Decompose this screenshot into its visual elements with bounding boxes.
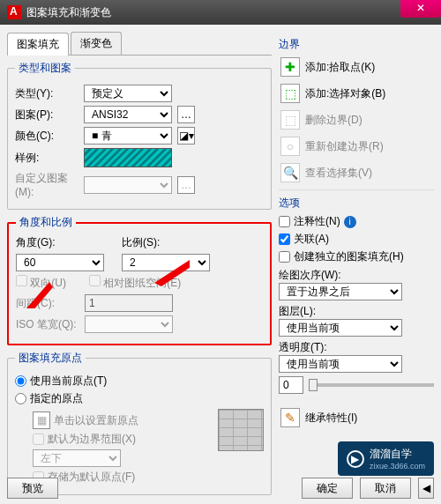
btn-add-select[interactable]: ⬚添加:选择对象(B) [279,82,434,105]
svg-marker-1 [26,282,53,308]
input-spacing[interactable] [85,294,173,312]
group-origin: 图案填充原点 使用当前原点(T) 指定的原点 ▦单击以设置新原点 默认为边界范围… [7,351,272,495]
origin-preview [218,409,264,451]
label-layer: 图层(L): [279,304,434,319]
legend-type-pattern: 类型和图案 [15,61,75,76]
select-origin-position: 左下 [33,449,121,467]
expand-button[interactable]: ◀ [418,478,434,499]
label-default-extent: 默认为边界范围(X) [48,432,136,447]
group-type-pattern: 类型和图案 类型(Y): 预定义 图案(P): ANSI32 颜色(C): ■ … [7,61,272,210]
svg-marker-0 [154,260,190,286]
select-angle[interactable]: 60 [16,254,104,271]
sample-preview[interactable] [84,148,172,167]
section-boundary: 边界 [279,37,434,52]
label-color: 颜色(C): [15,129,78,144]
radio-specified-origin[interactable] [15,393,26,404]
label-draworder: 绘图次序(W): [279,268,434,283]
pick-origin-icon: ▦ [33,411,50,429]
select-custom-pattern [84,176,172,194]
radio-use-current-origin[interactable] [15,375,26,387]
recreate-boundary-icon: ○ [280,137,300,156]
info-icon[interactable]: i [344,216,356,228]
remove-boundary-icon: ⬚ [280,110,300,130]
section-options: 选项 [279,189,434,211]
label-sample: 样例: [15,151,78,166]
btn-recreate-boundary: ○重新创建边界(R) [279,135,434,158]
checkbox-paperspace[interactable] [89,275,101,286]
checkbox-default-extent [33,434,44,445]
btn-remove-boundary: ⬚删除边界(D) [279,108,434,131]
label-specified-origin: 指定的原点 [30,391,83,406]
view-selection-icon: 🔍 [280,163,300,182]
custom-pattern-browse [177,176,195,194]
tab-gradient[interactable]: 渐变色 [71,32,122,55]
annotation-arrow [154,260,190,286]
legend-angle-scale: 角度和比例 [16,215,76,230]
btn-inherit[interactable]: ✎继承特性(I) [279,406,434,429]
checkbox-associative[interactable] [279,233,290,245]
select-type[interactable]: 预定义 [84,85,172,102]
label-scale: 比例(S): [122,235,210,250]
close-button[interactable]: ✕ [400,0,441,18]
window-title: 图案填充和渐变色 [26,5,111,20]
legend-origin: 图案填充原点 [15,351,86,366]
select-draworder[interactable]: 置于边界之后 [279,283,402,300]
add-select-icon: ⬚ [280,84,300,103]
select-pattern[interactable]: ANSI32 [84,106,172,123]
tab-hatch[interactable]: 图案填充 [7,33,69,56]
group-angle-scale: 角度和比例 角度(G): 60 比例(S): 2 双向(U) 相对图纸空间(E)… [7,215,272,345]
input-transparency-value[interactable] [279,376,303,394]
select-color[interactable]: ■ 青 [84,127,172,145]
label-click-set-origin: 单击以设置新原点 [54,413,138,428]
label-separate: 创建独立的图案填充(H) [294,249,404,264]
label-angle: 角度(G): [16,235,104,250]
checkbox-annotative[interactable] [279,216,290,227]
select-isowidth [85,315,173,333]
watermark-text: 溜溜自学 [370,447,425,462]
ok-button[interactable]: 确定 [302,478,353,499]
app-icon [7,5,21,19]
cancel-button[interactable]: 取消 [360,478,411,499]
label-associative: 关联(A) [294,232,329,247]
watermark: ▶ 溜溜自学 zixue.3d66.com [338,441,434,476]
label-custom-pattern: 自定义图案(M): [15,171,78,198]
pattern-browse-button[interactable] [177,106,195,123]
label-pattern: 图案(P): [15,107,78,122]
watermark-url: zixue.3d66.com [370,462,425,471]
title-bar: 图案填充和渐变色 ✕ [0,0,441,25]
select-transparency[interactable]: 使用当前项 [279,355,402,373]
label-use-current-origin: 使用当前原点(T) [30,374,107,389]
select-layer[interactable]: 使用当前项 [279,319,402,337]
label-annotative: 注释性(N) [294,214,340,229]
slider-transparency[interactable] [309,383,434,387]
btn-view-selection: 🔍查看选择集(V) [279,161,434,184]
tab-bar: 图案填充 渐变色 [7,32,272,56]
btn-add-pick[interactable]: ✚添加:拾取点(K) [279,56,434,78]
add-pick-icon: ✚ [280,57,300,77]
preview-button[interactable]: 预览 [7,478,58,499]
inherit-icon: ✎ [280,408,300,427]
label-transparency: 透明度(T): [279,340,434,355]
color-bylayer-button[interactable]: ◪▾ [177,127,195,145]
label-type: 类型(Y): [15,86,78,101]
play-icon: ▶ [347,450,364,468]
label-isowidth: ISO 笔宽(Q): [16,317,79,332]
annotation-arrow [26,282,53,308]
checkbox-separate[interactable] [279,251,290,263]
